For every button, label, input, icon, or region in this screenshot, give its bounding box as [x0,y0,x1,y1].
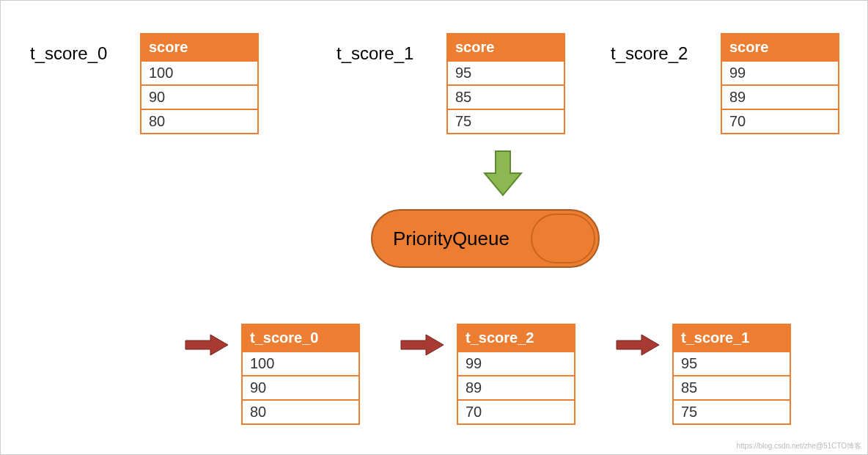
bottom-table-1-header: t_score_2 [457,324,575,352]
top-table-1: score 95 85 75 [446,33,565,134]
table-cell: 100 [141,61,258,85]
table-cell: 95 [447,61,564,85]
top-table-0: score 100 90 80 [140,33,259,134]
table-cell: 89 [457,376,575,400]
table-cell: 99 [457,352,575,376]
table-label-2: t_score_2 [611,43,688,64]
table-cell: 100 [242,352,359,376]
table-cell: 90 [242,376,359,400]
pill-inner-circle [531,214,595,263]
table-cell: 80 [141,109,258,134]
top-table-1-header: score [447,34,564,61]
table-cell: 75 [447,109,564,134]
priority-queue-label: PriorityQueue [393,228,510,250]
table-cell: 70 [721,109,839,134]
table-cell: 95 [673,352,790,376]
table-label-1: t_score_1 [336,43,413,64]
table-cell: 99 [721,61,839,85]
bottom-table-1: t_score_2 99 89 70 [457,324,575,425]
table-label-0: t_score_0 [30,43,107,64]
table-cell: 75 [673,400,790,424]
arrow-right-icon [183,332,231,357]
top-table-0-header: score [141,34,258,61]
table-cell: 85 [673,376,790,400]
table-cell: 85 [447,85,564,109]
table-cell: 89 [721,85,839,109]
bottom-table-2: t_score_1 95 85 75 [672,324,791,425]
top-table-2: score 99 89 70 [721,33,839,134]
bottom-table-0-header: t_score_0 [242,324,359,352]
table-cell: 70 [457,400,575,424]
arrow-down-icon [477,148,529,199]
bottom-table-0: t_score_0 100 90 80 [241,324,360,425]
arrow-right-icon [614,332,662,357]
bottom-table-2-header: t_score_1 [673,324,790,352]
table-cell: 80 [242,400,359,424]
top-table-2-header: score [721,34,839,61]
priority-queue-pill: PriorityQueue [371,209,600,268]
arrow-right-icon [398,332,446,357]
watermark-text: https://blog.csdn.net/zhe@51CTO博客 [736,441,861,451]
table-cell: 90 [141,85,258,109]
